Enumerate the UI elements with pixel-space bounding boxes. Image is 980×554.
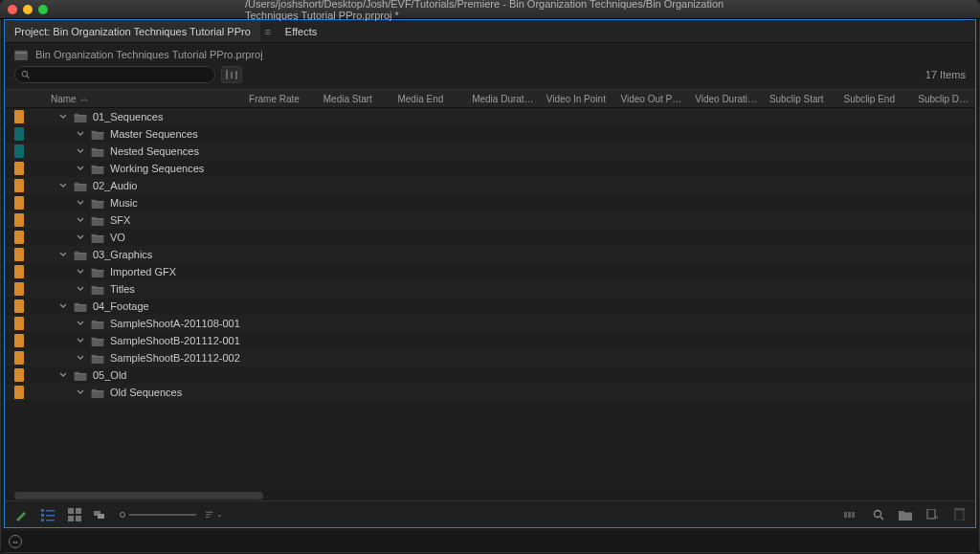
search-input-wrap[interactable] bbox=[14, 66, 215, 83]
disclosure-chevron-icon[interactable] bbox=[76, 146, 85, 156]
horizontal-scrollbar[interactable] bbox=[5, 491, 975, 500]
tree-row[interactable]: SampleShootB-201112-001 bbox=[5, 332, 975, 349]
tab-effects[interactable]: Effects bbox=[276, 20, 326, 42]
label-chip[interactable] bbox=[14, 231, 24, 244]
chevron-down-icon: ⌄ bbox=[216, 510, 223, 519]
label-chip[interactable] bbox=[14, 317, 24, 330]
label-chip[interactable] bbox=[14, 179, 24, 192]
svg-rect-5 bbox=[92, 132, 104, 133]
find-icon[interactable] bbox=[870, 506, 887, 523]
search-input[interactable] bbox=[33, 69, 209, 80]
item-count: 17 Items bbox=[925, 69, 966, 80]
label-chip[interactable] bbox=[14, 248, 24, 261]
disclosure-chevron-icon[interactable] bbox=[58, 370, 68, 380]
disclosure-chevron-icon[interactable] bbox=[76, 164, 85, 173]
column-media-duration[interactable]: Media Duration bbox=[466, 94, 541, 104]
label-chip[interactable] bbox=[14, 144, 24, 158]
label-chip[interactable] bbox=[14, 213, 24, 227]
zoom-out-icon[interactable] bbox=[120, 512, 125, 518]
scrollbar-thumb[interactable] bbox=[14, 492, 263, 499]
label-chip[interactable] bbox=[14, 368, 24, 382]
project-icon bbox=[14, 49, 28, 60]
disclosure-chevron-icon[interactable] bbox=[76, 284, 85, 294]
panel-menu-icon[interactable]: ≡ bbox=[260, 26, 276, 37]
bin-icon bbox=[74, 370, 87, 381]
column-frame-rate[interactable]: Frame Rate bbox=[243, 94, 318, 104]
svg-rect-34 bbox=[206, 514, 212, 515]
creative-cloud-icon[interactable]: ∞ bbox=[9, 535, 22, 548]
tree-row[interactable]: Titles bbox=[5, 280, 975, 298]
sort-menu-icon[interactable]: ⌄ bbox=[206, 506, 223, 523]
tree-row[interactable]: Master Sequences bbox=[5, 125, 975, 143]
tree-row[interactable]: 05_Old bbox=[5, 366, 975, 384]
label-chip[interactable] bbox=[14, 351, 24, 365]
column-media-end[interactable]: Media End bbox=[391, 94, 466, 104]
zoom-slider[interactable] bbox=[120, 512, 196, 518]
label-chip[interactable] bbox=[14, 127, 24, 141]
tree-row[interactable]: Old Sequences bbox=[5, 384, 975, 401]
svg-rect-13 bbox=[92, 270, 104, 271]
tree-row[interactable]: SampleShootB-201112-002 bbox=[5, 349, 975, 366]
disclosure-chevron-icon[interactable] bbox=[76, 215, 85, 225]
tree-row[interactable]: Imported GFX bbox=[5, 263, 975, 280]
column-media-start[interactable]: Media Start bbox=[318, 94, 392, 104]
new-item-icon[interactable] bbox=[924, 506, 941, 523]
disclosure-chevron-icon[interactable] bbox=[58, 181, 68, 190]
tree-row[interactable]: SampleShootA-201108-001 bbox=[5, 315, 975, 332]
label-chip[interactable] bbox=[14, 299, 24, 313]
disclosure-chevron-icon[interactable] bbox=[58, 250, 68, 259]
svg-rect-12 bbox=[75, 253, 87, 254]
disclosure-chevron-icon[interactable] bbox=[76, 388, 85, 397]
window-close-button[interactable] bbox=[8, 5, 17, 14]
tree-row[interactable]: 03_Graphics bbox=[5, 246, 975, 263]
window-minimize-button[interactable] bbox=[23, 5, 33, 14]
label-chip[interactable] bbox=[14, 386, 24, 399]
label-chip[interactable] bbox=[14, 196, 24, 210]
window-maximize-button[interactable] bbox=[38, 5, 48, 14]
label-chip[interactable] bbox=[14, 110, 24, 123]
column-subclip-start[interactable]: Subclip Start bbox=[764, 94, 838, 104]
label-chip[interactable] bbox=[14, 162, 24, 175]
project-tree[interactable]: 01_SequencesMaster SequencesNested Seque… bbox=[5, 108, 975, 491]
bin-name: SampleShootA-201108-001 bbox=[110, 318, 240, 329]
list-view-edit-icon[interactable] bbox=[12, 506, 30, 523]
disclosure-chevron-icon[interactable] bbox=[76, 233, 85, 242]
tab-project[interactable]: Project: Bin Organization Techniques Tut… bbox=[5, 20, 260, 42]
column-subclip-dura[interactable]: Subclip Dura bbox=[912, 94, 975, 104]
column-video-duration[interactable]: Video Duration bbox=[689, 94, 764, 104]
column-name[interactable]: Name ︿ bbox=[5, 93, 243, 105]
disclosure-chevron-icon[interactable] bbox=[58, 301, 68, 311]
list-view-icon[interactable] bbox=[39, 506, 56, 523]
automate-to-sequence-icon[interactable] bbox=[843, 506, 860, 523]
disclosure-chevron-icon[interactable] bbox=[76, 129, 85, 139]
column-subclip-end[interactable]: Subclip End bbox=[838, 94, 913, 104]
new-bin-icon[interactable] bbox=[897, 506, 914, 523]
tree-row[interactable]: SFX bbox=[5, 211, 975, 229]
svg-rect-27 bbox=[68, 508, 74, 514]
disclosure-chevron-icon[interactable] bbox=[76, 353, 85, 363]
tree-row[interactable]: Nested Sequences bbox=[5, 143, 975, 160]
icon-view-icon[interactable] bbox=[66, 506, 83, 523]
label-chip[interactable] bbox=[14, 334, 24, 347]
disclosure-chevron-icon[interactable] bbox=[76, 319, 85, 328]
disclosure-chevron-icon[interactable] bbox=[76, 198, 85, 208]
freeform-view-icon[interactable] bbox=[93, 506, 110, 523]
tree-row[interactable]: 02_Audio bbox=[5, 177, 975, 194]
svg-rect-19 bbox=[75, 373, 87, 374]
tree-row[interactable]: VO bbox=[5, 229, 975, 246]
delete-icon[interactable] bbox=[950, 506, 968, 523]
disclosure-chevron-icon[interactable] bbox=[76, 336, 85, 345]
svg-rect-0 bbox=[14, 51, 28, 60]
label-chip[interactable] bbox=[14, 265, 24, 278]
column-video-out[interactable]: Video Out Point bbox=[615, 94, 690, 104]
disclosure-chevron-icon[interactable] bbox=[76, 267, 85, 277]
tree-row[interactable]: Music bbox=[5, 194, 975, 211]
disclosure-chevron-icon[interactable] bbox=[58, 112, 68, 122]
find-button[interactable] bbox=[221, 66, 242, 83]
column-video-in[interactable]: Video In Point bbox=[541, 94, 615, 104]
label-chip[interactable] bbox=[14, 282, 24, 296]
zoom-track[interactable] bbox=[129, 514, 196, 516]
tree-row[interactable]: Working Sequences bbox=[5, 160, 975, 177]
tree-row[interactable]: 01_Sequences bbox=[5, 108, 975, 125]
tree-row[interactable]: 04_Footage bbox=[5, 298, 975, 315]
